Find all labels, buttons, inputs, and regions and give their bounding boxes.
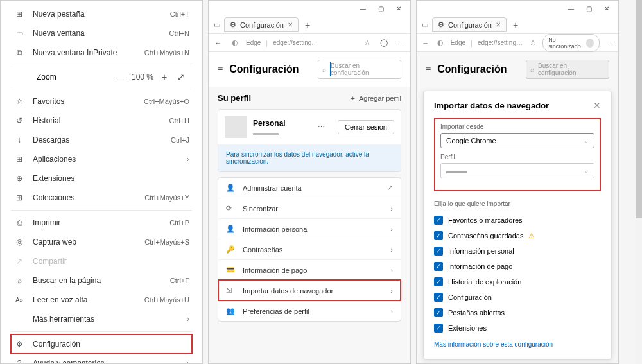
profile-button[interactable]: ◯: [378, 37, 390, 49]
settings-row[interactable]: 💳Información de pago›: [218, 259, 401, 280]
menu-favorites[interactable]: ☆FavoritosCtrl+Mayús+O: [11, 92, 192, 111]
close-button[interactable]: ✕: [598, 2, 616, 15]
menu-find[interactable]: ⌕Buscar en la páginaCtrl+F: [11, 271, 192, 290]
maximize-button[interactable]: ▢: [580, 2, 598, 15]
menu-extensions[interactable]: ⊕Extensiones: [11, 169, 192, 188]
checkbox-icon: ✓: [434, 231, 443, 240]
settings-row[interactable]: ⟳Sincronizar›: [218, 198, 401, 218]
tab-bar: ▭ ⚙ Configuración ✕ +: [417, 16, 618, 34]
minimize-button[interactable]: —: [562, 2, 580, 15]
new-tab-button[interactable]: +: [508, 17, 523, 33]
edge-icon: ◐: [435, 37, 445, 49]
settings-row[interactable]: 🔑Contraseñas›: [218, 239, 401, 259]
favorites-button[interactable]: ☆: [361, 37, 373, 49]
menu-read-aloud[interactable]: A»Leer en voz altaCtrl+Mayús+U: [11, 290, 192, 309]
search-input[interactable]: ⌕Buscar en configuración: [318, 60, 401, 79]
profile-label: Perfil: [440, 153, 594, 160]
import-checkbox-row[interactable]: ✓Contraseñas guardadas⚠: [434, 228, 601, 243]
checkbox-icon: ✓: [434, 247, 443, 256]
settings-row[interactable]: 👥Preferencias de perfil›: [218, 300, 401, 321]
settings-row[interactable]: 👤Administrar cuenta↗: [218, 178, 401, 198]
more-info-link[interactable]: Más información sobre esta configuración: [434, 341, 601, 348]
settings-row[interactable]: 👤Información personal›: [218, 218, 401, 239]
content-area: tar Importar datos de navegador ✕ Import…: [417, 87, 618, 363]
chevron-icon: ›: [390, 287, 393, 295]
fullscreen-button[interactable]: ⤢: [173, 72, 189, 82]
tab-actions-button[interactable]: ▭: [211, 19, 223, 31]
dialog-close-button[interactable]: ✕: [593, 100, 601, 110]
tab-settings[interactable]: ⚙ Configuración ✕: [224, 17, 299, 32]
menu-downloads[interactable]: ↓DescargasCtrl+J: [11, 130, 192, 150]
zoom-in-button[interactable]: +: [156, 72, 173, 82]
maximize-button[interactable]: ▢: [372, 2, 390, 15]
close-tab-button[interactable]: ✕: [288, 21, 293, 28]
settings-list: 👤Administrar cuenta↗⟳Sincronizar›👤Inform…: [218, 177, 401, 322]
row-icon: 💳: [226, 266, 236, 274]
back-button[interactable]: ←: [421, 37, 430, 49]
scrollbar[interactable]: [636, 0, 642, 364]
url-text[interactable]: edge://setting…: [273, 39, 356, 46]
sync-pill[interactable]: No sincronizado: [542, 34, 599, 52]
new-tab-icon: ⊞: [13, 10, 25, 19]
logout-button[interactable]: Cerrar sesión: [338, 120, 394, 134]
search-input[interactable]: ⌕Buscar en configuración: [526, 60, 609, 79]
import-checkbox-row[interactable]: ✓Favoritos o marcadores: [434, 212, 601, 228]
import-checkbox-row[interactable]: ✓Extensiones: [434, 320, 601, 336]
import-checkbox-row[interactable]: ✓Configuración: [434, 290, 601, 305]
settings-row[interactable]: ⇲Importar datos de navegador›: [218, 280, 401, 300]
close-tab-button[interactable]: ✕: [496, 21, 501, 28]
menu-web-capture[interactable]: ◎Captura webCtrl+Mayús+S: [11, 232, 192, 252]
menu-new-inprivate[interactable]: ⧉Nueva ventana InPrivateCtrl+Mayús+N: [11, 43, 192, 62]
menu-apps[interactable]: ⊞Aplicaciones›: [11, 150, 192, 169]
favorites-button[interactable]: ☆: [528, 37, 537, 49]
add-profile-button[interactable]: +Agregar perfil: [351, 94, 401, 102]
more-button[interactable]: ⋯: [395, 37, 406, 49]
inprivate-icon: ⧉: [13, 48, 25, 57]
close-button[interactable]: ✕: [390, 2, 408, 15]
checkbox-list: ✓Favoritos o marcadores✓Contraseñas guar…: [434, 212, 601, 336]
menu-new-tab[interactable]: ⊞Nueva pestañaCtrl+T: [11, 4, 192, 24]
import-checkbox-row[interactable]: ✓Información de pago: [434, 259, 601, 274]
find-icon: ⌕: [13, 276, 25, 285]
section-title: Su perfil: [218, 93, 251, 103]
back-button[interactable]: ←: [213, 37, 224, 49]
import-checkbox-row[interactable]: ✓Pestañas abiertas: [434, 305, 601, 320]
menu-help[interactable]: ?Ayuda y comentarios›: [11, 354, 192, 363]
capture-icon: ◎: [13, 238, 25, 247]
avatar-icon: [586, 39, 594, 48]
edge-icon: ◐: [229, 37, 241, 49]
page-header: ≡ Configuración ⌕Buscar en configuración: [417, 52, 618, 87]
menu-more-tools[interactable]: Más herramientas›: [11, 309, 192, 329]
import-from-select[interactable]: Google Chrome⌄: [440, 133, 594, 148]
menu-new-window[interactable]: ▭Nueva ventanaCtrl+N: [11, 24, 192, 43]
import-checkbox-row[interactable]: ✓Información personal: [434, 243, 601, 259]
zoom-out-button[interactable]: —: [112, 72, 129, 82]
tab-actions-button[interactable]: ▭: [419, 19, 431, 31]
row-icon: 👤: [226, 184, 236, 192]
search-icon: ⌕: [322, 66, 326, 73]
row-icon: 👤: [226, 225, 236, 233]
menu-history[interactable]: ↺HistorialCtrl+H: [11, 111, 192, 130]
menu-settings[interactable]: ⚙Configuración: [11, 334, 192, 354]
import-source-box: Importar desde Google Chrome⌄ Perfil ▬▬▬…: [434, 118, 601, 191]
menu-collections[interactable]: ⊞ColeccionesCtrl+Mayús+Y: [11, 188, 192, 207]
chevron-icon: ›: [390, 246, 393, 254]
menu-icon[interactable]: ≡: [426, 64, 431, 74]
minimize-button[interactable]: —: [354, 2, 372, 15]
row-icon: 👥: [226, 307, 236, 315]
import-dialog: Importar datos de navegador ✕ Importar d…: [423, 91, 612, 360]
url-text[interactable]: edge://setting…: [478, 39, 523, 46]
checkbox-icon: ✓: [434, 216, 443, 225]
profile-name: Personal: [253, 119, 305, 128]
more-button[interactable]: ⋯: [605, 37, 614, 49]
menu-print[interactable]: ⎙ImprimirCtrl+P: [11, 213, 192, 232]
import-checkbox-row[interactable]: ✓Historial de exploración: [434, 274, 601, 290]
profile-more-button[interactable]: ⋯: [311, 121, 331, 134]
search-icon: ⌕: [530, 66, 534, 73]
star-icon: ☆: [13, 97, 25, 106]
tab-settings[interactable]: ⚙ Configuración ✕: [432, 17, 507, 32]
profile-select[interactable]: ▬▬▬⌄: [440, 163, 594, 178]
new-tab-button[interactable]: +: [300, 17, 315, 33]
chevron-icon: ›: [390, 205, 393, 212]
menu-icon[interactable]: ≡: [218, 64, 223, 74]
